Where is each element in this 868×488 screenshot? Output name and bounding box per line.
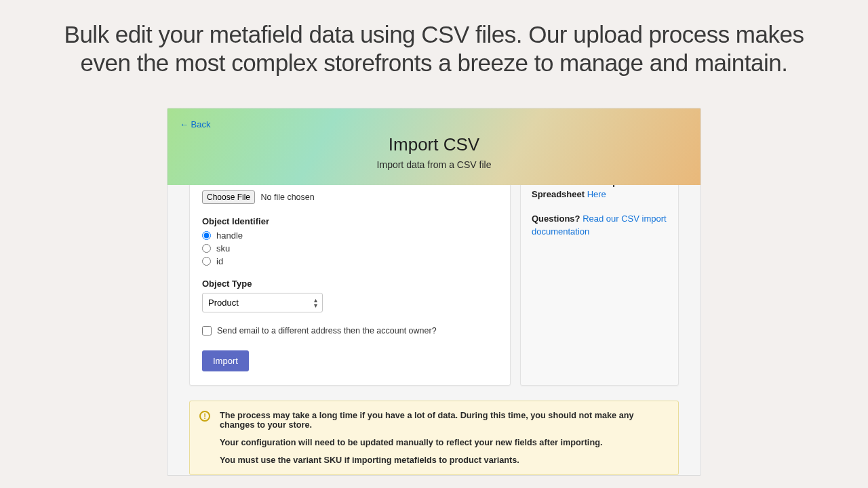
send-email-checkbox[interactable]: [202, 326, 212, 336]
radio-row-sku[interactable]: sku: [202, 243, 498, 253]
help-sidebar: Download an Example Spreadsheet Here Que…: [520, 163, 679, 386]
radio-sku[interactable]: [202, 244, 211, 253]
back-link[interactable]: ← Back: [180, 119, 211, 129]
radio-row-id[interactable]: id: [202, 256, 498, 266]
choose-file-button[interactable]: Choose File: [202, 190, 255, 204]
app-header: ← Back Import CSV Import data from a CSV…: [167, 108, 701, 185]
radio-row-handle[interactable]: handle: [202, 230, 498, 241]
import-button[interactable]: Import: [202, 350, 249, 371]
radio-id[interactable]: [202, 257, 211, 266]
app-window: ← Back Import CSV Import data from a CSV…: [167, 108, 701, 476]
file-status-text: No file chosen: [260, 192, 314, 202]
warning-line-1: The process may take a long time if you …: [220, 411, 667, 430]
send-email-checkbox-row[interactable]: Send email to a different address then t…: [202, 326, 498, 336]
warning-line-2: Your configuration will need to be updat…: [220, 438, 667, 447]
questions-label: Questions?: [532, 214, 583, 224]
page-subtitle: Import data from a CSV file: [180, 159, 688, 170]
radio-id-label: id: [216, 256, 223, 266]
download-example-link[interactable]: Here: [587, 189, 606, 199]
warning-banner: ! The process may take a long time if yo…: [189, 401, 679, 475]
import-form-panel: CSV File Choose File No file chosen Obje…: [189, 163, 511, 386]
send-email-label: Send email to a different address then t…: [217, 326, 437, 336]
object-type-select[interactable]: Product: [202, 293, 323, 312]
radio-handle[interactable]: [202, 231, 211, 240]
warning-line-3: You must use the variant SKU if importin…: [220, 455, 667, 465]
radio-sku-label: sku: [216, 243, 230, 253]
page-title: Import CSV: [180, 134, 688, 155]
marketing-headline: Bulk edit your metafield data using CSV …: [0, 0, 868, 84]
warning-icon: !: [199, 411, 210, 422]
object-type-label: Object Type: [202, 279, 498, 289]
object-identifier-label: Object Identifier: [202, 216, 498, 226]
radio-handle-label: handle: [216, 230, 243, 241]
